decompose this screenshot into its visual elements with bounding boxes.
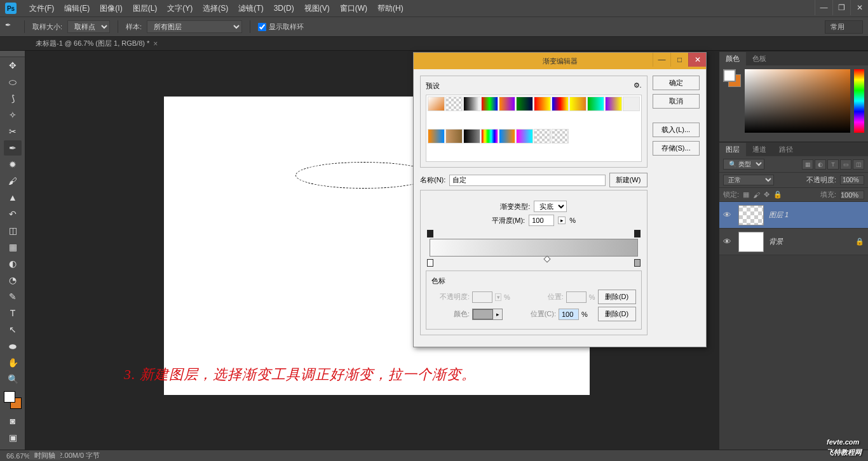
preset-swatch[interactable] <box>445 97 463 111</box>
ok-button[interactable]: 确定 <box>653 76 700 90</box>
filter-pixel-icon[interactable]: ▦ <box>802 159 813 170</box>
filter-shape-icon[interactable]: ▭ <box>840 159 851 170</box>
menu-3d[interactable]: 3D(D) <box>269 1 299 15</box>
preset-swatch[interactable] <box>428 129 445 144</box>
preset-swatch[interactable] <box>534 97 551 111</box>
layer-thumb[interactable] <box>738 232 764 252</box>
filter-smart-icon[interactable]: ◫ <box>853 159 864 170</box>
sample-select[interactable]: 所有图层 <box>147 20 242 33</box>
menu-image[interactable]: 图像(I) <box>95 1 127 17</box>
preset-swatch[interactable] <box>552 97 569 111</box>
blend-mode-select[interactable]: 正常 <box>723 175 774 185</box>
foreground-color[interactable] <box>4 391 15 403</box>
layer-name[interactable]: 背景 <box>769 237 783 246</box>
preset-swatch[interactable] <box>463 97 480 111</box>
toolbox-handle[interactable] <box>0 51 25 57</box>
load-button[interactable]: 载入(L)... <box>653 123 700 137</box>
fg-color-mini[interactable] <box>723 69 736 82</box>
sample-size-select[interactable]: 取样点 <box>67 20 110 33</box>
menu-type[interactable]: 文字(Y) <box>162 1 198 17</box>
preset-swatch[interactable] <box>463 129 480 144</box>
color-chip-arrow-icon[interactable]: ▸ <box>493 309 502 319</box>
color-stop-left[interactable] <box>427 259 433 267</box>
eraser-tool[interactable]: ◫ <box>4 223 22 238</box>
minimize-button[interactable]: — <box>815 0 832 15</box>
menu-window[interactable]: 窗口(W) <box>335 1 372 17</box>
preset-swatch[interactable] <box>587 97 604 111</box>
delete-opacity-button[interactable]: 删除(D) <box>598 290 636 304</box>
path-select-tool[interactable]: ↖ <box>4 322 22 337</box>
gradient-tool[interactable]: ▦ <box>4 239 22 255</box>
hand-tool[interactable]: ✋ <box>4 355 22 370</box>
layer-row[interactable]: 👁 图层 1 <box>719 202 868 229</box>
color-field[interactable] <box>745 69 850 133</box>
color-chip[interactable] <box>473 309 493 319</box>
dialog-maximize-button[interactable]: □ <box>670 53 688 67</box>
preset-swatch[interactable] <box>516 97 533 111</box>
preset-swatch[interactable] <box>605 97 622 111</box>
tab-swatches[interactable]: 色板 <box>746 52 773 65</box>
preset-swatch[interactable] <box>499 129 516 144</box>
grad-type-select[interactable]: 实底 <box>534 201 567 212</box>
new-button[interactable]: 新建(W) <box>609 173 648 187</box>
lock-all-icon[interactable]: 🔒 <box>773 190 782 199</box>
type-tool[interactable]: T <box>4 305 22 321</box>
layer-row[interactable]: 👁 背景 🔒 <box>719 229 868 255</box>
layer-name[interactable]: 图层 1 <box>769 210 789 220</box>
hue-strip[interactable] <box>854 69 864 133</box>
filter-type-icon[interactable]: T <box>827 159 839 170</box>
color-swatch[interactable] <box>4 391 22 409</box>
menu-help[interactable]: 帮助(H) <box>372 1 409 17</box>
preset-swatch[interactable] <box>552 129 569 144</box>
gradient-bar[interactable] <box>430 239 638 257</box>
menu-select[interactable]: 选择(S) <box>198 1 233 17</box>
fill-value[interactable] <box>840 190 864 199</box>
color-chip-control[interactable]: ▸ <box>472 309 503 320</box>
color-swatch-mini[interactable] <box>723 69 741 87</box>
zoom-level[interactable]: 66.67% <box>6 452 30 460</box>
opacity-stop-left[interactable] <box>427 230 433 237</box>
tab-channels[interactable]: 通道 <box>746 143 773 156</box>
opacity-value[interactable] <box>840 175 864 185</box>
cancel-button[interactable]: 取消 <box>653 94 700 109</box>
visibility-icon[interactable]: 👁 <box>723 237 733 246</box>
delete-color-button[interactable]: 删除(D) <box>598 307 636 321</box>
show-ring-checkbox[interactable] <box>258 23 266 31</box>
quickmask-tool[interactable]: ◙ <box>4 413 22 429</box>
tab-paths[interactable]: 路径 <box>773 143 799 156</box>
timeline-tab[interactable]: 时间轴 <box>29 451 60 461</box>
midpoint-diamond[interactable] <box>543 255 550 262</box>
tab-color[interactable]: 颜色 <box>719 52 746 65</box>
tab-layers[interactable]: 图层 <box>719 143 746 156</box>
dodge-tool[interactable]: ◔ <box>4 272 22 288</box>
move-tool[interactable]: ✥ <box>4 58 22 73</box>
menu-edit[interactable]: 编辑(E) <box>59 1 95 17</box>
stamp-tool[interactable]: ▲ <box>4 190 22 205</box>
preset-swatch[interactable] <box>623 97 640 111</box>
document-tab[interactable]: 未标题-1 @ 66.7% (图层 1, RGB/8) * × <box>29 37 164 50</box>
show-ring-check[interactable]: 显示取样环 <box>258 22 304 32</box>
menu-filter[interactable]: 滤镜(T) <box>233 1 268 17</box>
lock-pixel-icon[interactable]: 🖌 <box>753 191 760 199</box>
lasso-tool[interactable]: ⟆ <box>4 91 22 106</box>
preset-swatch[interactable] <box>481 97 498 111</box>
preset-swatch[interactable] <box>534 129 551 144</box>
gradient-bar-editor[interactable] <box>426 230 642 267</box>
dialog-minimize-button[interactable]: — <box>653 53 670 67</box>
marquee-tool[interactable]: ⬭ <box>4 74 22 90</box>
color-position-input[interactable] <box>559 309 579 320</box>
name-input[interactable] <box>449 175 605 186</box>
filter-adjust-icon[interactable]: ◐ <box>815 159 826 170</box>
menu-layer[interactable]: 图层(L) <box>128 1 163 17</box>
wand-tool[interactable]: ✧ <box>4 107 22 123</box>
workspace-mode-select[interactable]: 常用 <box>825 20 863 34</box>
visibility-icon[interactable]: 👁 <box>723 210 733 220</box>
dialog-titlebar[interactable]: 渐变编辑器 — □ ✕ <box>414 53 706 69</box>
layer-thumb[interactable] <box>738 205 764 225</box>
tab-close-icon[interactable]: × <box>153 39 158 48</box>
preset-swatch[interactable] <box>569 97 587 111</box>
blur-tool[interactable]: ◐ <box>4 256 22 271</box>
heal-tool[interactable]: ✹ <box>4 157 22 172</box>
color-stop-right[interactable] <box>634 259 641 267</box>
brush-tool[interactable]: 🖌 <box>4 173 22 189</box>
